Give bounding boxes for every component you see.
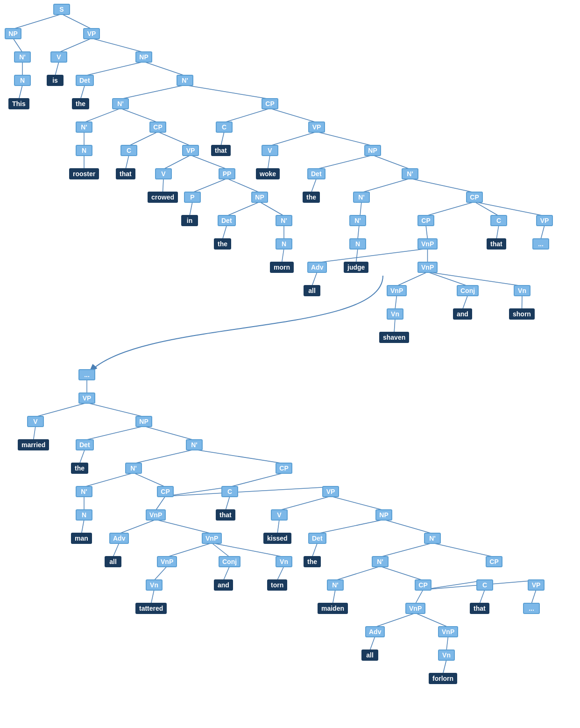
node-p1: P [184,192,201,203]
svg-line-49 [426,225,428,239]
node-det3: Det [218,215,236,226]
svg-line-85 [154,566,167,580]
node-is: is [47,75,64,86]
svg-line-103 [531,590,536,604]
node-conj2: Conj [219,556,240,567]
node-married: married [18,439,49,450]
node-cp6: CP [157,486,174,497]
svg-line-89 [331,496,384,510]
node-vp5: VP [78,393,95,404]
node-this: This [8,98,29,109]
svg-line-11 [120,85,185,99]
node-det2: Det [307,168,325,179]
node-that1: that [211,145,231,156]
node-woke: woke [256,168,280,179]
node-np6: NP [375,509,392,521]
svg-line-97 [380,566,423,580]
svg-line-6 [55,62,59,76]
node-n4: N [276,238,292,250]
svg-line-101 [480,590,485,604]
node-the4: the [71,463,88,474]
svg-line-80 [167,543,212,557]
node-vp3: VP [182,145,199,156]
svg-line-33 [270,108,317,122]
svg-line-14 [120,108,158,122]
node-s: S [53,4,70,15]
node-c5: C [476,579,493,591]
node-vn5: Vn [438,649,455,661]
svg-line-38 [311,178,317,193]
svg-line-51 [312,272,317,286]
svg-line-86 [151,590,155,604]
svg-line-2 [13,38,22,52]
node-np3: N' [177,75,193,86]
svg-line-7 [92,38,144,52]
svg-line-107 [446,636,448,650]
svg-line-47 [474,202,545,216]
svg-line-104 [375,613,416,627]
svg-line-79 [156,520,212,534]
svg-line-67 [134,450,194,464]
node-np5: N' [76,121,92,133]
node-np2: NP [135,51,152,63]
svg-line-65 [80,450,85,464]
svg-line-31 [224,108,270,122]
node-conj1: Conj [457,285,479,296]
svg-line-100 [423,580,485,590]
svg-line-13 [84,108,120,122]
node-np14: N' [372,556,389,567]
svg-line-63 [87,403,144,417]
svg-line-27 [223,225,227,239]
node-rooster: rooster [69,168,99,179]
node-the1: the [72,98,89,109]
node-v3: V [155,168,172,179]
node-cp7: CP [486,556,502,567]
svg-line-106 [416,613,448,627]
node-all3: all [361,649,378,661]
node-vp4: VP [536,215,553,226]
svg-line-61 [35,403,87,417]
svg-line-0 [13,14,62,29]
svg-line-76 [165,487,331,496]
node-morn: morn [270,262,294,273]
node-torn: torn [267,579,287,591]
node-vnp7: VnP [405,603,425,614]
svg-line-30 [282,249,284,263]
svg-line-58 [395,295,397,309]
node-adv2: Adv [109,533,129,544]
svg-line-108 [443,660,447,674]
svg-line-19 [158,132,191,146]
node-cp8: CP [415,579,431,591]
node-the3: the [214,238,231,250]
svg-line-77 [119,520,156,534]
node-c4: C [221,486,238,497]
node-np10: N' [186,439,203,450]
svg-line-4 [19,85,23,99]
node-cp2: CP [149,121,166,133]
node-vp2: VP [308,121,325,133]
svg-line-68 [194,450,284,464]
node-v1: V [50,51,67,63]
svg-line-43 [356,249,358,263]
svg-line-99 [416,590,424,604]
svg-line-26 [227,202,260,216]
node-vn4: Vn [146,579,163,591]
svg-line-87 [279,496,331,510]
svg-line-91 [312,543,318,557]
svg-line-73 [156,496,166,510]
svg-line-48 [541,225,545,239]
node-vn1: Vn [514,285,530,296]
svg-line-98 [333,590,336,604]
svg-line-10 [144,62,185,76]
node-vnp6: VnP [157,556,177,567]
node-np13: N' [424,533,441,544]
node-that3: that [487,238,506,250]
svg-line-44 [426,202,474,216]
svg-line-94 [432,543,494,557]
svg-line-36 [317,132,373,146]
svg-line-70 [134,473,165,487]
svg-line-24 [190,202,192,216]
node-vn3: Vn [276,556,292,567]
node-c2: C [120,145,137,156]
node-np15: N' [327,579,344,591]
